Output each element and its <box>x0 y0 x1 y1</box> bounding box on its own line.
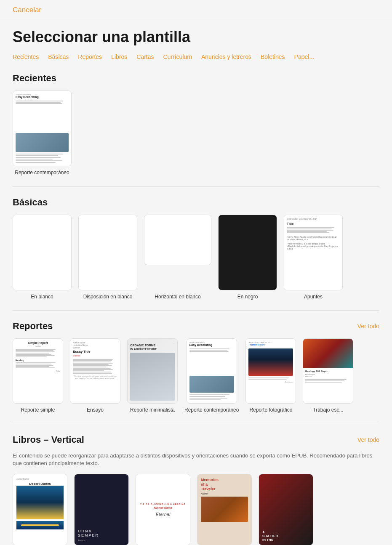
nav-recientes[interactable]: Recientes <box>13 53 39 60</box>
nav-curriculum[interactable]: Currículum <box>163 53 192 60</box>
nav-papel[interactable]: Papel... <box>294 53 314 60</box>
libros-see-all[interactable]: Ver todo <box>357 436 379 443</box>
label-blank-black: En negro <box>237 294 258 300</box>
thumb-essay: Author NameInstitution NameSubtitle Essa… <box>70 338 120 404</box>
nav-cartas[interactable]: Cartas <box>136 53 154 60</box>
thumb-urna: UrnaSemper Author <box>74 474 129 545</box>
template-blank-horizontal[interactable]: Horizontal en blanco <box>144 215 211 300</box>
reportes-see-all[interactable]: Ver todo <box>357 323 379 330</box>
thumb-desert: Author Name Desert Dunes <box>13 474 67 545</box>
template-notes[interactable]: Wednesday, December 15, 2014 Title For t… <box>284 215 343 300</box>
top-bar: Cancelar <box>0 0 392 18</box>
label-blank-layout: Disposición en blanco <box>83 294 133 300</box>
template-eternal[interactable]: Tip or clickwould a heading Author Name … <box>136 474 190 545</box>
template-organic[interactable]: ... ORGANIC FORMSIN ARCHITECTURE Reporte… <box>127 338 178 414</box>
label-contemporary-report: Reporte contemporáneo <box>184 407 239 414</box>
thumb-blank-white <box>13 215 72 290</box>
recientes-templates: Simple Home Styling Easy Decorating <box>13 90 379 176</box>
thumb-photo-report: Author Name — April 14, 2022 Photo Repor… <box>245 338 296 404</box>
libros-title: Libros – Vertical <box>13 434 84 445</box>
thumb-contemporary-report: Simple Home Styling Easy Decorating <box>187 338 237 404</box>
libros-header: Libros – Vertical Ver todo <box>13 434 379 445</box>
section-basicas: Básicas En blanco Disposición en blanco … <box>13 197 379 300</box>
nav-reportes[interactable]: Reportes <box>78 53 102 60</box>
nav-basicas[interactable]: Básicas <box>48 53 69 60</box>
template-geology[interactable]: Geology 101 Rep... Author Name Fall 2014… <box>303 338 353 414</box>
divider-reportes-libros <box>13 424 379 424</box>
nav-libros[interactable]: Libros <box>111 53 127 60</box>
main-content: Seleccionar una plantilla Recientes Bási… <box>0 18 392 545</box>
basicas-header: Básicas <box>13 197 379 208</box>
label-notes: Apuntes <box>304 294 323 300</box>
label-blank-white: En blanco <box>31 294 53 300</box>
label-blank-horizontal: Horizontal en blanco <box>155 294 200 300</box>
libros-templates: Author Name Desert Dunes Desert Dunes Ur… <box>13 474 379 545</box>
template-desert[interactable]: Author Name Desert Dunes Desert Dunes <box>13 474 67 545</box>
section-libros: Libros – Vertical Ver todo El contenido … <box>13 434 379 545</box>
template-memories[interactable]: Memoriesof aTraveler Author Memories of … <box>197 474 252 545</box>
recientes-header: Recientes <box>13 73 379 84</box>
nav-anuncios[interactable]: Anuncios y letreros <box>201 53 251 60</box>
reportes-templates: Simple Report Subtitle Heading <box>13 338 379 414</box>
section-recientes: Recientes Simple Home Styling Easy Decor… <box>13 73 379 176</box>
label-simple-report: Reporte simple <box>21 407 55 414</box>
thumb-memories: Memoriesof aTraveler Author <box>197 474 252 545</box>
nav-boletines[interactable]: Boletines <box>261 53 285 60</box>
libros-description: El contenido se puede reorganizar para a… <box>13 452 379 467</box>
section-reportes: Reportes Ver todo Simple Report Subtitle <box>13 321 379 414</box>
template-blank-layout[interactable]: Disposición en blanco <box>78 215 137 300</box>
recent-thumb-contemporary: Simple Home Styling Easy Decorating <box>13 90 72 166</box>
thumb-blank-horizontal <box>144 215 211 265</box>
category-nav: Recientes Básicas Reportes Libros Cartas… <box>13 53 379 60</box>
reportes-header: Reportes Ver todo <box>13 321 379 332</box>
template-contemporary-report[interactable]: Simple Home Styling Easy Decorating <box>184 338 239 414</box>
thumb-notes: Wednesday, December 15, 2014 Title For t… <box>284 215 343 290</box>
divider-basicas-reportes <box>13 310 379 311</box>
basicas-title: Básicas <box>13 197 48 208</box>
reportes-title: Reportes <box>13 321 53 332</box>
recientes-title: Recientes <box>13 73 56 84</box>
label-geology: Trabajo esc... <box>313 407 343 414</box>
thumb-geology: Geology 101 Rep... Author Name Fall 2014 <box>303 338 353 404</box>
divider-recientes-basicas <box>13 186 379 187</box>
cancel-button[interactable]: Cancelar <box>13 6 41 14</box>
template-shatter[interactable]: ASHATTERIN THE Shatter... <box>259 474 313 545</box>
label-photo-report: Reporte fotográfico <box>249 407 292 414</box>
thumb-shatter: ASHATTERIN THE <box>259 474 313 545</box>
thumb-simple-report: Simple Report Subtitle Heading <box>13 338 63 404</box>
template-simple-report[interactable]: Simple Report Subtitle Heading <box>13 338 63 414</box>
template-recent-contemporary[interactable]: Simple Home Styling Easy Decorating <box>13 90 72 176</box>
label-organic: Reporte minimalista <box>130 407 175 414</box>
thumb-eternal: Tip or clickwould a heading Author Name … <box>136 474 190 545</box>
thumb-blank-black <box>218 215 277 290</box>
label-essay: Ensayo <box>87 407 104 414</box>
template-urna[interactable]: UrnaSemper Author Urna Semper <box>74 474 129 545</box>
thumb-blank-layout <box>78 215 137 290</box>
thumb-organic: ... ORGANIC FORMSIN ARCHITECTURE <box>127 338 178 404</box>
template-essay[interactable]: Author NameInstitution NameSubtitle Essa… <box>70 338 120 414</box>
basicas-templates: En blanco Disposición en blanco Horizont… <box>13 215 379 300</box>
page-title: Seleccionar una plantilla <box>13 28 379 46</box>
template-label-recent-contemporary: Reporte contemporáneo <box>15 170 69 176</box>
template-photo-report[interactable]: Author Name — April 14, 2022 Photo Repor… <box>245 338 296 414</box>
template-blank-black[interactable]: En negro <box>218 215 277 300</box>
template-blank-white[interactable]: En blanco <box>13 215 72 300</box>
